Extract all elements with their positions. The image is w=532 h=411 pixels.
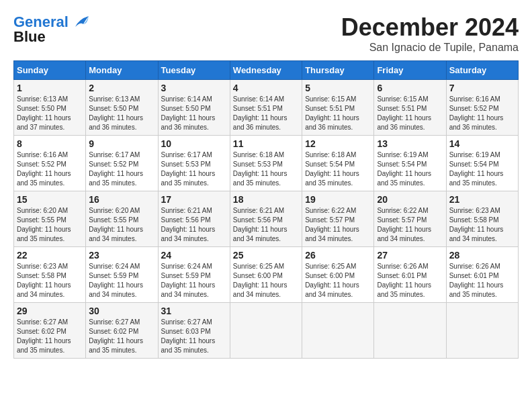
- day-info: Sunrise: 6:22 AMSunset: 5:57 PMDaylight:…: [305, 206, 371, 244]
- calendar-day-cell: 7Sunrise: 6:16 AMSunset: 5:52 PMDaylight…: [446, 80, 518, 136]
- calendar-week-row: 22Sunrise: 6:23 AMSunset: 5:58 PMDayligh…: [14, 247, 519, 303]
- logo: General Blue: [13, 13, 91, 46]
- logo-blue: Blue: [13, 28, 46, 46]
- day-number: 29: [17, 306, 83, 316]
- day-info: Sunrise: 6:17 AMSunset: 5:53 PMDaylight:…: [161, 150, 227, 188]
- day-number: 10: [161, 138, 227, 149]
- day-info: Sunrise: 6:27 AMSunset: 6:02 PMDaylight:…: [89, 318, 154, 355]
- day-number: 14: [449, 138, 515, 149]
- day-number: 6: [377, 83, 443, 93]
- calendar-day-cell: 27Sunrise: 6:26 AMSunset: 6:01 PMDayligh…: [374, 247, 446, 303]
- calendar-day-cell: 9Sunrise: 6:17 AMSunset: 5:52 PMDaylight…: [86, 136, 158, 191]
- day-number: 20: [377, 194, 443, 205]
- day-info: Sunrise: 6:14 AMSunset: 5:50 PMDaylight:…: [161, 95, 227, 132]
- day-number: 27: [377, 250, 443, 261]
- day-number: 4: [233, 83, 299, 93]
- day-number: 26: [305, 250, 371, 261]
- day-number: 5: [305, 83, 371, 93]
- calendar-day-cell: 18Sunrise: 6:21 AMSunset: 5:56 PMDayligh…: [230, 191, 302, 247]
- day-info: Sunrise: 6:27 AMSunset: 6:03 PMDaylight:…: [161, 318, 227, 355]
- day-info: Sunrise: 6:21 AMSunset: 5:56 PMDaylight:…: [233, 206, 299, 244]
- calendar-table: SundayMondayTuesdayWednesdayThursdayFrid…: [13, 60, 519, 359]
- calendar-week-row: 29Sunrise: 6:27 AMSunset: 6:02 PMDayligh…: [14, 303, 519, 359]
- calendar-day-cell: 20Sunrise: 6:22 AMSunset: 5:57 PMDayligh…: [374, 191, 446, 247]
- page-subtitle: San Ignacio de Tupile, Panama: [341, 42, 519, 54]
- calendar-day-cell: 16Sunrise: 6:20 AMSunset: 5:55 PMDayligh…: [86, 191, 158, 247]
- calendar-day-cell: 26Sunrise: 6:25 AMSunset: 6:00 PMDayligh…: [302, 247, 374, 303]
- calendar-day-cell: 17Sunrise: 6:21 AMSunset: 5:56 PMDayligh…: [158, 191, 230, 247]
- day-info: Sunrise: 6:21 AMSunset: 5:56 PMDaylight:…: [161, 206, 227, 244]
- day-info: Sunrise: 6:22 AMSunset: 5:57 PMDaylight:…: [377, 206, 443, 244]
- calendar-day-cell: 31Sunrise: 6:27 AMSunset: 6:03 PMDayligh…: [158, 303, 230, 359]
- header-monday: Monday: [86, 61, 158, 80]
- calendar-day-cell: 4Sunrise: 6:14 AMSunset: 5:51 PMDaylight…: [230, 80, 302, 136]
- title-block: December 2024 San Ignacio de Tupile, Pan…: [341, 13, 519, 54]
- day-number: 12: [305, 138, 371, 149]
- day-number: 25: [233, 250, 299, 261]
- day-info: Sunrise: 6:13 AMSunset: 5:50 PMDaylight:…: [89, 95, 154, 132]
- day-info: Sunrise: 6:25 AMSunset: 6:00 PMDaylight:…: [233, 262, 299, 300]
- calendar-week-row: 8Sunrise: 6:16 AMSunset: 5:52 PMDaylight…: [14, 136, 519, 191]
- day-info: Sunrise: 6:23 AMSunset: 5:58 PMDaylight:…: [17, 262, 83, 300]
- day-number: 23: [89, 250, 154, 261]
- calendar-empty-cell: [302, 303, 374, 359]
- day-info: Sunrise: 6:17 AMSunset: 5:52 PMDaylight:…: [89, 150, 154, 188]
- day-info: Sunrise: 6:27 AMSunset: 6:02 PMDaylight:…: [17, 318, 83, 355]
- day-number: 3: [161, 83, 227, 93]
- calendar-day-cell: 12Sunrise: 6:18 AMSunset: 5:54 PMDayligh…: [302, 136, 374, 191]
- header-tuesday: Tuesday: [158, 61, 230, 80]
- day-info: Sunrise: 6:16 AMSunset: 5:52 PMDaylight:…: [449, 95, 515, 132]
- day-info: Sunrise: 6:16 AMSunset: 5:52 PMDaylight:…: [17, 150, 83, 188]
- day-info: Sunrise: 6:18 AMSunset: 5:53 PMDaylight:…: [233, 150, 299, 188]
- day-number: 9: [89, 138, 154, 149]
- header-friday: Friday: [374, 61, 446, 80]
- calendar-day-cell: 13Sunrise: 6:19 AMSunset: 5:54 PMDayligh…: [374, 136, 446, 191]
- calendar-day-cell: 3Sunrise: 6:14 AMSunset: 5:50 PMDaylight…: [158, 80, 230, 136]
- calendar-day-cell: 30Sunrise: 6:27 AMSunset: 6:02 PMDayligh…: [86, 303, 158, 359]
- day-number: 28: [449, 250, 515, 261]
- day-number: 13: [377, 138, 443, 149]
- calendar-day-cell: 6Sunrise: 6:15 AMSunset: 5:51 PMDaylight…: [374, 80, 446, 136]
- day-number: 19: [305, 194, 371, 205]
- day-info: Sunrise: 6:18 AMSunset: 5:54 PMDaylight:…: [305, 150, 371, 188]
- day-number: 8: [17, 138, 83, 149]
- calendar-day-cell: 1Sunrise: 6:13 AMSunset: 5:50 PMDaylight…: [14, 80, 86, 136]
- day-info: Sunrise: 6:26 AMSunset: 6:01 PMDaylight:…: [377, 262, 443, 300]
- day-number: 1: [17, 83, 83, 93]
- day-info: Sunrise: 6:15 AMSunset: 5:51 PMDaylight:…: [305, 95, 371, 132]
- calendar-day-cell: 8Sunrise: 6:16 AMSunset: 5:52 PMDaylight…: [14, 136, 86, 191]
- calendar-day-cell: 14Sunrise: 6:19 AMSunset: 5:54 PMDayligh…: [446, 136, 518, 191]
- day-number: 17: [161, 194, 227, 205]
- calendar-day-cell: 2Sunrise: 6:13 AMSunset: 5:50 PMDaylight…: [86, 80, 158, 136]
- day-number: 31: [161, 306, 227, 316]
- calendar-day-cell: 10Sunrise: 6:17 AMSunset: 5:53 PMDayligh…: [158, 136, 230, 191]
- day-number: 30: [89, 306, 154, 316]
- day-number: 11: [233, 138, 299, 149]
- day-info: Sunrise: 6:24 AMSunset: 5:59 PMDaylight:…: [161, 262, 227, 300]
- calendar-day-cell: 29Sunrise: 6:27 AMSunset: 6:02 PMDayligh…: [14, 303, 86, 359]
- day-info: Sunrise: 6:26 AMSunset: 6:01 PMDaylight:…: [449, 262, 515, 300]
- calendar-week-row: 15Sunrise: 6:20 AMSunset: 5:55 PMDayligh…: [14, 191, 519, 247]
- page-header: General Blue December 2024 San Ignacio d…: [13, 13, 519, 54]
- header-wednesday: Wednesday: [230, 61, 302, 80]
- calendar-day-cell: 22Sunrise: 6:23 AMSunset: 5:58 PMDayligh…: [14, 247, 86, 303]
- calendar-day-cell: 11Sunrise: 6:18 AMSunset: 5:53 PMDayligh…: [230, 136, 302, 191]
- day-number: 7: [449, 83, 515, 93]
- header-sunday: Sunday: [14, 61, 86, 80]
- day-number: 22: [17, 250, 83, 261]
- calendar-empty-cell: [230, 303, 302, 359]
- calendar-day-cell: 25Sunrise: 6:25 AMSunset: 6:00 PMDayligh…: [230, 247, 302, 303]
- calendar-empty-cell: [374, 303, 446, 359]
- day-info: Sunrise: 6:20 AMSunset: 5:55 PMDaylight:…: [89, 206, 154, 244]
- header-saturday: Saturday: [446, 61, 518, 80]
- page-title: December 2024: [341, 13, 519, 42]
- calendar-day-cell: 15Sunrise: 6:20 AMSunset: 5:55 PMDayligh…: [14, 191, 86, 247]
- day-info: Sunrise: 6:25 AMSunset: 6:00 PMDaylight:…: [305, 262, 371, 300]
- calendar-week-row: 1Sunrise: 6:13 AMSunset: 5:50 PMDaylight…: [14, 80, 519, 136]
- calendar-header-row: SundayMondayTuesdayWednesdayThursdayFrid…: [14, 61, 519, 80]
- calendar-day-cell: 23Sunrise: 6:24 AMSunset: 5:59 PMDayligh…: [86, 247, 158, 303]
- logo-bird-icon: [70, 15, 91, 30]
- header-thursday: Thursday: [302, 61, 374, 80]
- day-number: 18: [233, 194, 299, 205]
- calendar-day-cell: 5Sunrise: 6:15 AMSunset: 5:51 PMDaylight…: [302, 80, 374, 136]
